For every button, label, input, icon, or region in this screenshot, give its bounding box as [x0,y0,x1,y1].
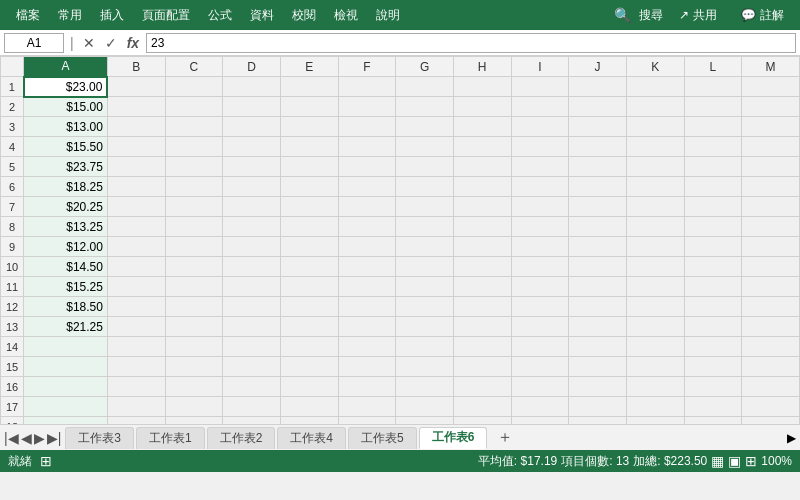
cell-E8[interactable] [280,217,338,237]
cell-L7[interactable] [684,197,742,217]
cell-K7[interactable] [626,197,684,217]
cell-G3[interactable] [396,117,454,137]
col-header-M[interactable]: M [742,57,800,77]
cell-J5[interactable] [569,157,627,177]
cell-G15[interactable] [396,357,454,377]
comment-button[interactable]: 💬 註解 [733,3,792,28]
cell-A12[interactable]: $18.50 [24,297,108,317]
cell-B2[interactable] [107,97,165,117]
cell-E14[interactable] [280,337,338,357]
cell-H7[interactable] [453,197,511,217]
cell-F11[interactable] [338,277,396,297]
view-layout-icon[interactable]: ▣ [728,453,741,469]
sheet-nav-first[interactable]: |◀ [4,430,19,446]
cell-D3[interactable] [223,117,281,137]
col-header-J[interactable]: J [569,57,627,77]
cell-A15[interactable] [24,357,108,377]
cell-M6[interactable] [742,177,800,197]
cell-J11[interactable] [569,277,627,297]
sheet-scroll-area[interactable]: A B C D E F G H I J K L M 1$23.002$15.00… [0,56,800,424]
cell-L11[interactable] [684,277,742,297]
cell-C4[interactable] [165,137,223,157]
cell-F12[interactable] [338,297,396,317]
cell-H6[interactable] [453,177,511,197]
cell-L1[interactable] [684,77,742,97]
cell-F10[interactable] [338,257,396,277]
cell-F9[interactable] [338,237,396,257]
cell-J3[interactable] [569,117,627,137]
cell-A13[interactable]: $21.25 [24,317,108,337]
cell-H17[interactable] [453,397,511,417]
cell-A18[interactable] [24,417,108,425]
cell-L17[interactable] [684,397,742,417]
cell-G13[interactable] [396,317,454,337]
cell-I6[interactable] [511,177,569,197]
cell-K15[interactable] [626,357,684,377]
cell-E10[interactable] [280,257,338,277]
menu-review[interactable]: 校閱 [284,3,324,28]
cell-D18[interactable] [223,417,281,425]
cell-A5[interactable]: $23.75 [24,157,108,177]
cell-L10[interactable] [684,257,742,277]
menu-view[interactable]: 檢視 [326,3,366,28]
cell-I8[interactable] [511,217,569,237]
cell-C10[interactable] [165,257,223,277]
cell-C3[interactable] [165,117,223,137]
menu-home[interactable]: 常用 [50,3,90,28]
search-label[interactable]: 搜尋 [639,7,663,24]
cell-J1[interactable] [569,77,627,97]
cell-A16[interactable] [24,377,108,397]
cancel-formula-icon[interactable]: ✕ [80,35,98,51]
cell-B18[interactable] [107,417,165,425]
col-header-E[interactable]: E [280,57,338,77]
col-header-A[interactable]: A [24,57,108,77]
cell-J17[interactable] [569,397,627,417]
menu-help[interactable]: 說明 [368,3,408,28]
cell-L2[interactable] [684,97,742,117]
cell-G7[interactable] [396,197,454,217]
col-header-H[interactable]: H [453,57,511,77]
cell-M3[interactable] [742,117,800,137]
cell-I14[interactable] [511,337,569,357]
tab-scroll-right[interactable]: ▶ [787,431,796,445]
cell-D7[interactable] [223,197,281,217]
cell-C8[interactable] [165,217,223,237]
cell-C1[interactable] [165,77,223,97]
cell-A10[interactable]: $14.50 [24,257,108,277]
cell-K9[interactable] [626,237,684,257]
cell-I5[interactable] [511,157,569,177]
cell-D5[interactable] [223,157,281,177]
cell-M7[interactable] [742,197,800,217]
cell-G16[interactable] [396,377,454,397]
cell-M2[interactable] [742,97,800,117]
cell-I12[interactable] [511,297,569,317]
cell-I9[interactable] [511,237,569,257]
cell-reference-box[interactable] [4,33,64,53]
cell-K11[interactable] [626,277,684,297]
cell-E15[interactable] [280,357,338,377]
cell-E18[interactable] [280,417,338,425]
cell-A17[interactable] [24,397,108,417]
cell-J13[interactable] [569,317,627,337]
menu-page-layout[interactable]: 頁面配置 [134,3,198,28]
cell-H1[interactable] [453,77,511,97]
cell-D16[interactable] [223,377,281,397]
cell-D12[interactable] [223,297,281,317]
cell-K2[interactable] [626,97,684,117]
cell-G8[interactable] [396,217,454,237]
cell-F18[interactable] [338,417,396,425]
cell-D2[interactable] [223,97,281,117]
cell-D8[interactable] [223,217,281,237]
cell-A14[interactable] [24,337,108,357]
cell-C2[interactable] [165,97,223,117]
cell-M16[interactable] [742,377,800,397]
cell-C12[interactable] [165,297,223,317]
cell-B1[interactable] [107,77,165,97]
cell-E12[interactable] [280,297,338,317]
cell-D1[interactable] [223,77,281,97]
cell-E7[interactable] [280,197,338,217]
cell-A1[interactable]: $23.00 [24,77,108,97]
cell-L5[interactable] [684,157,742,177]
cell-M13[interactable] [742,317,800,337]
cell-B15[interactable] [107,357,165,377]
